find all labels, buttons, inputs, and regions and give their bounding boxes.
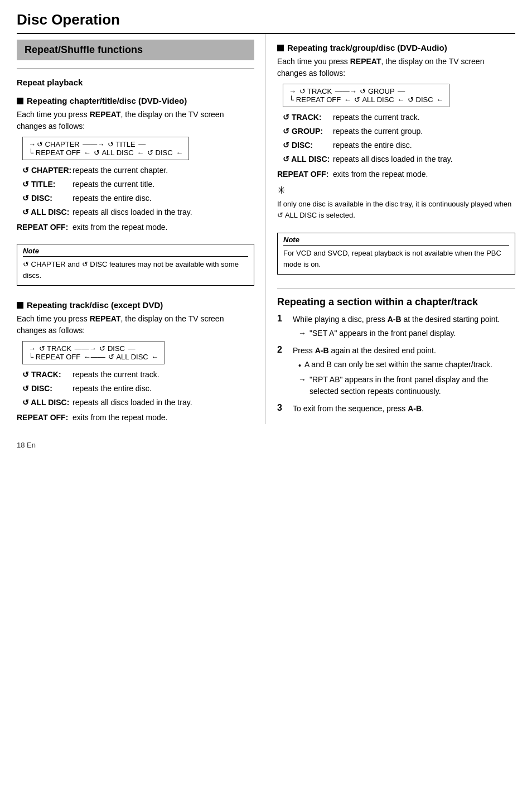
- step-1-num: 1: [277, 314, 288, 324]
- step-1: 1 While playing a disc, press A-B at the…: [277, 314, 515, 339]
- repeat-playback-section: Repeat playback Repeating chapter/title/…: [17, 78, 254, 422]
- repeat-off-audio: REPEAT OFF: exits from the repeat mode.: [277, 170, 515, 179]
- feature-group: ↺ GROUP: repeats the current group.: [283, 126, 515, 137]
- dvd-audio-row2: └ REPEAT OFF ← ↺ ALL DISC ← ↺ DISC ←: [289, 95, 443, 104]
- divider1: [17, 68, 254, 69]
- right-column: Repeating track/group/disc (DVD-Audio) E…: [266, 34, 515, 424]
- feature-chapter: ↺ CHAPTER: repeats the current chapter.: [22, 165, 254, 176]
- dvd-audio-row1: → ↺ TRACK ——→ ↺ GROUP —: [289, 87, 443, 95]
- dvd-audio-diagram-box: → ↺ TRACK ——→ ↺ GROUP — └ REPEAT OFF ← ↺…: [283, 84, 449, 107]
- dvd-diagram-row2: └ REPEAT OFF ← ↺ ALL DISC ← ↺ DISC ←: [28, 148, 183, 157]
- note2-title: Note: [283, 235, 509, 246]
- step-1-sub: → "SET A" appears in the front panel dis…: [298, 328, 515, 339]
- repeat-playback-title: Repeat playback: [17, 78, 254, 87]
- feature-all-disc2: ↺ ALL DISC: repeats all discs loaded in …: [22, 397, 254, 408]
- except-dvd-diagram: → ↺ TRACK ——→ ↺ DISC — └ REPEAT OFF ←—— …: [22, 341, 254, 364]
- note2-text: For VCD and SVCD, repeat playback is not…: [283, 248, 509, 270]
- bullet-icon: •: [298, 360, 301, 372]
- page-title: Disc Operation: [17, 11, 515, 34]
- dvd-audio-features: ↺ TRACK: repeats the current track. ↺ GR…: [283, 112, 515, 165]
- divider2: [277, 288, 515, 289]
- step-1-content: While playing a disc, press A-B at the d…: [293, 314, 515, 339]
- left-column: Repeat/Shuffle functions Repeat playback…: [17, 34, 266, 424]
- dvd-diagram-row1: → ↺ CHAPTER ——→ ↺ TITLE —: [28, 140, 183, 148]
- step-3-num: 3: [277, 403, 288, 413]
- except-diagram-row1: → ↺ TRACK ——→ ↺ DISC —: [28, 344, 158, 353]
- except-diagram-box: → ↺ TRACK ——→ ↺ DISC — └ REPEAT OFF ←—— …: [22, 341, 165, 364]
- note1-container: Note ↺ CHAPTER and ↺ DISC features may n…: [17, 238, 254, 291]
- dvd-audio-body: Each time you press REPEAT, the display …: [277, 56, 515, 79]
- square-icon: [17, 98, 23, 104]
- dvd-video-section: Repeating chapter/title/disc (DVD-Video)…: [17, 96, 254, 232]
- note1-text: ↺ CHAPTER and ↺ DISC features may not be…: [23, 259, 248, 281]
- feature-title: ↺ TITLE: repeats the current title.: [22, 179, 254, 190]
- dvd-repeat-bold: REPEAT: [90, 110, 121, 119]
- step-3-content: To exit from the sequence, press A-B.: [293, 403, 515, 415]
- square-icon3: [277, 45, 284, 51]
- feature-all-disc-audio: ↺ ALL DISC: repeats all discs loaded in …: [283, 153, 515, 165]
- page-number: 18 En: [17, 441, 515, 449]
- note2-box: Note For VCD and SVCD, repeat playback i…: [277, 233, 515, 275]
- except-dvd-section: Repeating track/disc (except DVD) Each t…: [17, 300, 254, 422]
- step-2-num: 2: [277, 345, 288, 355]
- page: Disc Operation Repeat/Shuffle functions …: [0, 0, 532, 798]
- section-title: Repeat/Shuffle functions: [25, 44, 143, 55]
- repeating-section-title: Repeating a section within a chapter/tra…: [277, 296, 515, 308]
- feature-disc-audio: ↺ DISC: repeats the entire disc.: [283, 140, 515, 151]
- step-2-sub2: → "RPT AB" appears in the front panel di…: [298, 374, 515, 397]
- dvd-video-body: Each time you press REPEAT, the display …: [17, 109, 254, 132]
- dvd-video-diagram: → ↺ CHAPTER ——→ ↺ TITLE — └ REPEAT OFF ←…: [22, 137, 254, 160]
- repeat-off-dvd: REPEAT OFF: exits from the repeat mode.: [17, 223, 254, 232]
- sun-tip-text: If only one disc is available in the dis…: [277, 199, 515, 220]
- except-dvd-features: ↺ TRACK: repeats the current track. ↺ DI…: [22, 369, 254, 408]
- feature-track-audio: ↺ TRACK: repeats the current track.: [283, 112, 515, 123]
- step-3: 3 To exit from the sequence, press A-B.: [277, 403, 515, 415]
- repeat-off-except: REPEAT OFF: exits from the repeat mode.: [17, 413, 254, 422]
- steps-list: 1 While playing a disc, press A-B at the…: [277, 314, 515, 415]
- step-2-sub1: • A and B can only be set within the sam…: [298, 359, 515, 372]
- note1-title: Note: [23, 247, 248, 257]
- arrow-icon2: →: [298, 374, 306, 386]
- feature-all-disc: ↺ ALL DISC: repeats all discs loaded in …: [22, 206, 254, 218]
- square-icon2: [17, 302, 23, 309]
- feature-disc2: ↺ DISC: repeats the entire disc.: [22, 383, 254, 395]
- dvd-video-heading: Repeating chapter/title/disc (DVD-Video): [17, 96, 254, 105]
- main-layout: Repeat/Shuffle functions Repeat playback…: [17, 34, 515, 424]
- arrow-icon: →: [298, 328, 306, 339]
- dvd-audio-heading: Repeating track/group/disc (DVD-Audio): [277, 43, 515, 52]
- dvd-audio-diagram: → ↺ TRACK ——→ ↺ GROUP — └ REPEAT OFF ← ↺…: [283, 84, 515, 107]
- feature-track: ↺ TRACK: repeats the current track.: [22, 369, 254, 381]
- dvd-body-text1: Each time you press: [17, 110, 90, 119]
- sun-tip: ✳ If only one disc is available in the d…: [277, 184, 515, 220]
- dvd-video-features: ↺ CHAPTER: repeats the current chapter. …: [22, 165, 254, 218]
- note1-box: Note ↺ CHAPTER and ↺ DISC features may n…: [17, 244, 254, 286]
- step-2-content: Press A-B again at the desired end point…: [293, 345, 515, 397]
- dvd-audio-section: Repeating track/group/disc (DVD-Audio) E…: [277, 43, 515, 220]
- feature-disc: ↺ DISC: repeats the entire disc.: [22, 193, 254, 204]
- dvd-diagram-box: → ↺ CHAPTER ——→ ↺ TITLE — └ REPEAT OFF ←…: [22, 137, 189, 160]
- except-dvd-heading: Repeating track/disc (except DVD): [17, 300, 254, 310]
- except-diagram-row2: └ REPEAT OFF ←—— ↺ ALL DISC ←: [28, 353, 158, 361]
- except-dvd-body: Each time you press REPEAT, the display …: [17, 313, 254, 336]
- step-2: 2 Press A-B again at the desired end poi…: [277, 345, 515, 397]
- repeating-section: Repeating a section within a chapter/tra…: [277, 296, 515, 415]
- section-header: Repeat/Shuffle functions: [17, 40, 254, 60]
- sun-icon: ✳: [277, 184, 515, 196]
- note2-container: Note For VCD and SVCD, repeat playback i…: [277, 227, 515, 280]
